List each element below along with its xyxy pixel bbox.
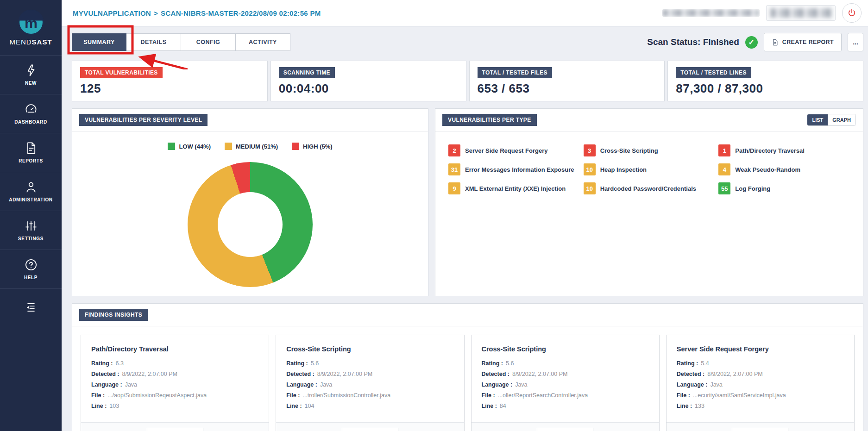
finding-view-button[interactable]: [537, 428, 593, 431]
type-item[interactable]: 2Server Side Request Forgery: [448, 144, 580, 156]
tab-config[interactable]: CONFIG: [181, 33, 236, 51]
check-circle-icon: ✓: [745, 36, 758, 49]
finding-line: Line :104: [286, 403, 453, 409]
severity-panel-title: VULNERABILITIES PER SEVERITY LEVEL: [79, 114, 208, 126]
top-bar: MYVULNAPPLICATION>SCAN-NIBRS-MASTER-2022…: [62, 0, 868, 26]
stat-badge: TOTAL / TESTED LINES: [676, 67, 751, 78]
sidebar-item-administration[interactable]: ADMINISTRATION: [0, 172, 62, 211]
finding-detected: Detected :8/9/2022, 2:07:00 PM: [677, 371, 844, 377]
breadcrumb-scan[interactable]: SCAN-NIBRS-MASTER-2022/08/09 02:02:56 PM: [161, 9, 321, 17]
type-item[interactable]: 55Log Forging: [718, 182, 850, 194]
sidebar-item-settings[interactable]: SETTINGS: [0, 211, 62, 250]
finding-language: Language :Java: [482, 381, 649, 388]
finding-line: Line :133: [677, 403, 844, 409]
sidebar-item-label: HELP: [24, 275, 38, 280]
finding-title: Path/Directory Traversal: [91, 345, 258, 353]
finding-card: Cross-Site Scripting Rating :5.6 Detecte…: [276, 335, 464, 431]
sliders-icon: [25, 219, 38, 232]
sidebar-collapse-button[interactable]: [0, 288, 62, 325]
count-badge: 2: [448, 144, 460, 156]
finding-card: Cross-Site Scripting Rating :5.6 Detecte…: [471, 335, 660, 431]
collapse-menu-icon: [25, 301, 37, 313]
finding-rating: Rating :6.3: [91, 360, 258, 367]
type-item[interactable]: 9XML External Entity (XXE) Injection: [448, 182, 580, 194]
finding-language: Language :Java: [677, 381, 844, 388]
finding-language: Language :Java: [91, 381, 258, 388]
list-graph-toggle: LIST GRAPH: [807, 114, 856, 126]
finding-rating: Rating :5.6: [482, 360, 649, 367]
finding-file: File :...oller/ReportSearchController.ja…: [482, 392, 649, 399]
finding-language: Language :Java: [286, 381, 453, 388]
sidebar-item-dashboard[interactable]: DASHBOARD: [0, 94, 62, 133]
donut-hole: [218, 192, 283, 257]
type-item[interactable]: 10Hardcoded Password/Credentials: [584, 182, 715, 194]
finding-detected: Detected :8/9/2022, 2:07:00 PM: [91, 371, 258, 377]
redacted-username: [662, 9, 760, 17]
user-icon: [25, 181, 38, 194]
legend-low: LOW (44%): [168, 143, 211, 150]
tab-summary[interactable]: SUMMARY: [72, 33, 126, 51]
finding-line: Line :84: [482, 403, 649, 409]
logout-button[interactable]: [842, 3, 862, 23]
tab-details[interactable]: DETAILS: [126, 33, 181, 51]
legend-swatch-low: [168, 143, 175, 150]
type-item[interactable]: 10Heap Inspection: [584, 163, 715, 175]
sidebar-item-reports[interactable]: REPORTS: [0, 133, 62, 172]
stat-scanning-time: SCANNING TIME 00:04:00: [270, 61, 466, 101]
sidebar: m MENDSAST NEW DASHBOARD REPORTS ADMINIS…: [0, 0, 62, 431]
finding-title: Cross-Site Scripting: [286, 345, 453, 353]
type-list: 2Server Side Request Forgery 3Cross-Site…: [435, 131, 863, 207]
tab-activity[interactable]: ACTIVITY: [236, 33, 290, 51]
finding-card: Path/Directory Traversal Rating :6.3 Det…: [81, 335, 269, 431]
breadcrumb[interactable]: MYVULNAPPLICATION>SCAN-NIBRS-MASTER-2022…: [73, 9, 321, 17]
finding-view-button[interactable]: [342, 428, 398, 431]
sidebar-item-label: NEW: [25, 81, 37, 86]
type-item[interactable]: 1Path/Directory Traversal: [718, 144, 850, 156]
report-document-icon: [772, 39, 779, 46]
sidebar-item-label: REPORTS: [19, 158, 43, 163]
finding-view-button[interactable]: [147, 428, 203, 431]
app-logo[interactable]: m MENDSAST: [0, 0, 62, 55]
tab-strip: SUMMARY DETAILS CONFIG ACTIVITY Scan Sta…: [72, 33, 863, 51]
findings-panel: FINDINGS INSIGHTS Path/Directory Travers…: [72, 303, 863, 431]
finding-file: File :...ecurity/saml/SamlServiceImpl.ja…: [677, 392, 844, 399]
finding-card-footer: [276, 422, 464, 431]
sidebar-item-help[interactable]: HELP: [0, 250, 62, 288]
count-badge: 31: [448, 163, 460, 175]
more-actions-button[interactable]: ...: [848, 33, 863, 51]
type-item[interactable]: 4Weak Pseudo-Random: [718, 163, 850, 175]
toggle-graph[interactable]: GRAPH: [828, 114, 855, 125]
type-item[interactable]: 31Error Messages Information Exposure: [448, 163, 580, 175]
stat-value: 125: [80, 81, 259, 96]
create-report-button[interactable]: CREATE REPORT: [764, 33, 842, 51]
severity-legend: LOW (44%) MEDIUM (51%) HIGH (5%): [72, 143, 428, 150]
breadcrumb-app[interactable]: MYVULNAPPLICATION: [73, 9, 151, 17]
count-badge: 1: [718, 144, 730, 156]
redacted-account-button[interactable]: [766, 5, 836, 21]
finding-view-button[interactable]: [732, 428, 788, 431]
finding-file: File :.../aop/SubmissionReqeustAspect.ja…: [91, 392, 258, 399]
stat-tested-files: TOTAL / TESTED FILES 653 / 653: [469, 61, 665, 101]
sidebar-item-new[interactable]: NEW: [0, 55, 62, 94]
stat-value: 00:04:00: [279, 81, 458, 96]
legend-high: HIGH (5%): [292, 143, 333, 150]
count-badge: 9: [448, 182, 460, 194]
finding-card-footer: [472, 422, 659, 431]
lightning-icon: [25, 64, 38, 77]
stat-badge: SCANNING TIME: [279, 67, 335, 78]
content: SUMMARY DETAILS CONFIG ACTIVITY Scan Sta…: [62, 26, 868, 431]
type-item[interactable]: 3Cross-Site Scripting: [584, 144, 715, 156]
count-badge: 3: [584, 144, 596, 156]
main-area: MYVULNAPPLICATION>SCAN-NIBRS-MASTER-2022…: [62, 0, 868, 431]
svg-text:m: m: [24, 15, 37, 31]
finding-card: Server Side Request Forgery Rating :5.4 …: [666, 335, 855, 431]
stat-value: 87,300 / 87,300: [676, 81, 855, 96]
stat-value: 653 / 653: [478, 81, 657, 96]
finding-detected: Detected :8/9/2022, 2:07:00 PM: [286, 371, 453, 377]
legend-swatch-medium: [225, 143, 232, 150]
toggle-list[interactable]: LIST: [807, 114, 828, 125]
finding-file: File :...troller/SubmissionController.ja…: [286, 392, 453, 399]
stat-badge: TOTAL / TESTED FILES: [478, 67, 552, 78]
finding-rating: Rating :5.6: [286, 360, 453, 367]
legend-swatch-high: [292, 143, 299, 150]
